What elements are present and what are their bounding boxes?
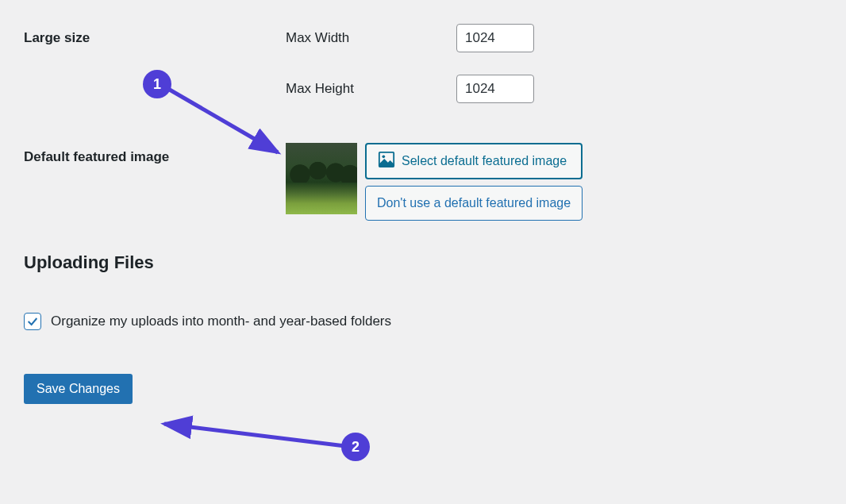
remove-button-label: Don't use a default featured image: [377, 196, 571, 210]
max-height-label: Max Height: [286, 81, 456, 97]
annotation-badge-2: 2: [341, 433, 370, 461]
select-default-featured-image-button[interactable]: Select default featured image: [365, 143, 583, 179]
organize-uploads-checkbox[interactable]: [24, 313, 41, 330]
check-icon: [26, 315, 39, 328]
annotation-arrow-2: [155, 411, 353, 459]
large-size-label: Large size: [24, 24, 286, 46]
select-button-label: Select default featured image: [402, 154, 567, 168]
max-height-input[interactable]: [456, 75, 534, 103]
remove-default-featured-image-button[interactable]: Don't use a default featured image: [365, 186, 583, 221]
max-width-label: Max Width: [286, 30, 456, 46]
max-width-input[interactable]: [456, 24, 534, 52]
uploading-files-heading: Uploading Files: [24, 252, 822, 273]
featured-image-thumbnail: [286, 143, 357, 214]
organize-uploads-label: Organize my uploads into month- and year…: [51, 314, 391, 329]
annotation-arrow-1: [159, 79, 294, 167]
annotation-badge-1: 1: [143, 70, 171, 98]
svg-line-3: [164, 424, 345, 446]
svg-point-1: [383, 156, 386, 159]
save-changes-button[interactable]: Save Changes: [24, 374, 133, 404]
svg-line-2: [168, 89, 278, 152]
media-icon: [378, 151, 395, 171]
